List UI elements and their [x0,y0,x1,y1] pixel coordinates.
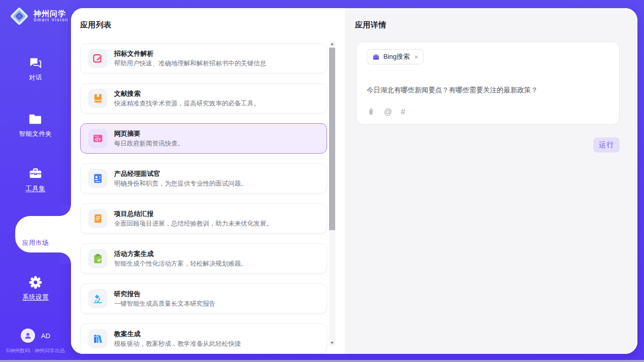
sidebar-nav: 对话 智能文件夹 工具集 应用市场 系统设置 [0,0,71,362]
app-card[interactable]: 项目总结汇报 全面回顾项目进展，总结经验教训，助力未来优化发展。 [80,203,327,234]
app-card-title: 网页摘要 [114,129,140,138]
app-list-title: 应用列表 [80,20,112,30]
briefcase-icon [372,53,380,61]
app-card-description: 快速精准查找学术资源，提高研究效率的必备工具。 [114,99,260,108]
scrollbar-down-arrow[interactable] [329,340,335,346]
toolbox-icon [28,167,43,181]
app-detail-title: 应用详情 [355,20,386,30]
interview-icon [88,169,108,188]
app-card-title: 活动方案生成 [114,249,154,259]
edit-document-icon [88,49,108,68]
sidebar: 神州问学 Smart Vision 对话 智能文件夹 工具集 应用市场 系统设置… [0,0,71,362]
gear-icon [28,275,43,289]
query-card: Bing搜索 × 今日湖北有哪些新闻要点？有哪些需要关注的最新政策？ @ # [356,42,620,125]
copyright-text: ©神州数码 · 神州问学出品 [2,347,69,354]
cube-icon [28,221,43,235]
sidebar-item-system-settings[interactable]: 系统设置 [0,275,71,306]
app-detail-panel: 应用详情 Bing搜索 × 今日湖北有哪些新闻要点？有哪些需要关注的最新政策？ … [345,8,637,354]
app-card[interactable]: 网页摘要 每日政府新闻资讯快查。 [80,123,327,154]
query-input[interactable]: 今日湖北有哪些新闻要点？有哪些需要关注的最新政策？ [367,85,609,95]
tool-tag-label: Bing搜索 [383,52,410,61]
scrollbar-thumb[interactable] [329,48,335,230]
app-card[interactable]: 研究报告 一键智能生成高质量长文本研究报告 [80,283,327,314]
attachment-toolbar: @ # [367,107,405,116]
microscope-icon [88,289,108,308]
app-card-title: 产品经理面试官 [114,169,160,178]
tool-tag-close-icon[interactable]: × [414,54,418,60]
scrollbar[interactable] [329,41,335,346]
person-icon [23,331,32,340]
folder-icon [28,112,43,126]
books-icon [88,329,108,348]
app-card-title: 教案生成 [114,330,140,339]
main-container: 应用列表 招标文件解析 帮助用户快速、准确地理解和解析招标书中的关键信息 文献搜… [71,8,637,354]
app-card-title: 研究报告 [114,289,140,299]
app-card-title: 招标文件解析 [114,49,154,58]
app-card-description: 明确身份和职责，为您提供专业性的面试问题。 [114,179,247,188]
app-card-description: 模板驱动，教案秒成，教学准备从此轻松快捷 [114,340,241,348]
user-row[interactable]: AD [0,329,71,343]
app-card[interactable]: 招标文件解析 帮助用户快速、准确地理解和解析招标书中的关键信息 [80,43,327,74]
app-card-list: 招标文件解析 帮助用户快速、准确地理解和解析招标书中的关键信息 文献搜索 快速精… [80,43,327,354]
avatar[interactable] [21,329,35,343]
app-card-title: 文献搜索 [114,89,140,98]
app-card[interactable]: 产品经理面试官 明确身份和职责，为您提供专业性的面试问题。 [80,163,327,194]
chat-icon [28,56,43,70]
app-card-description: 每日政府新闻资讯快查。 [114,139,184,148]
app-card-description: 帮助用户快速、准确地理解和解析招标书中的关键信息 [114,59,266,68]
app-card-description: 全面回顾项目进展，总结经验教训，助力未来优化发展。 [114,220,273,228]
clipboard-check-icon [88,249,108,268]
app-card[interactable]: 活动方案生成 智能生成个性化活动方案，轻松解决规划难题。 [80,243,327,274]
mention-icon[interactable]: @ [384,108,392,116]
sidebar-item-toolset[interactable]: 工具集 [0,167,71,197]
web-code-icon [88,129,108,148]
app-list-panel: 应用列表 招标文件解析 帮助用户快速、准确地理解和解析招标书中的关键信息 文献搜… [71,8,345,354]
tool-tag-bing-search[interactable]: Bing搜索 × [367,49,424,64]
sidebar-item-app-market[interactable]: 应用市场 [0,215,71,254]
app-card-description: 智能生成个性化活动方案，轻松解决规划难题。 [114,260,247,268]
app-card[interactable]: 教案生成 模板驱动，教案秒成，教学准备从此轻松快捷 [80,323,327,354]
sidebar-item-smart-folders[interactable]: 智能文件夹 [0,112,71,142]
hashtag-icon[interactable]: # [401,108,405,116]
sidebar-item-chat[interactable]: 对话 [0,56,71,86]
report-icon [88,209,108,228]
book-icon [88,89,108,108]
window-bottom-edge [0,360,644,362]
app-card[interactable]: 文献搜索 快速精准查找学术资源，提高研究效率的必备工具。 [80,83,327,114]
scrollbar-up-arrow[interactable] [329,41,335,47]
paperclip-icon[interactable] [367,107,375,116]
app-card-title: 项目总结汇报 [114,209,154,219]
run-button[interactable]: 运行 [593,137,620,153]
user-name: AD [41,332,50,340]
app-card-description: 一键智能生成高质量长文本研究报告 [114,300,216,308]
